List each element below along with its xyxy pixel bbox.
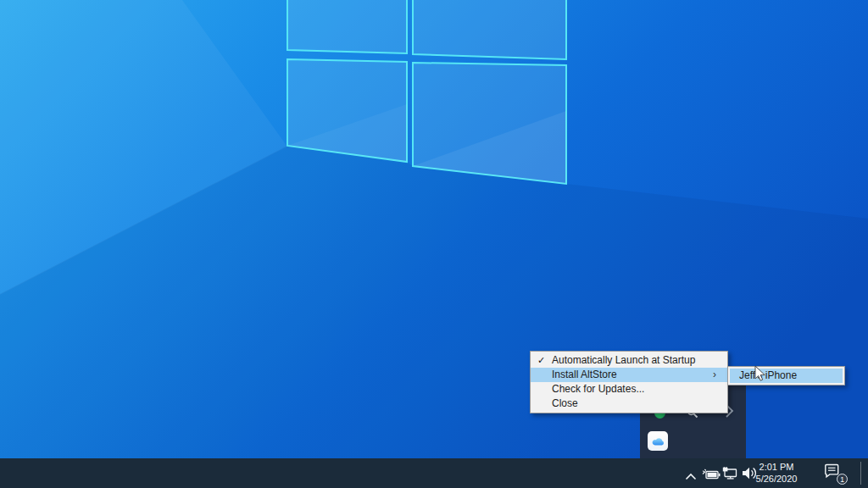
action-center-button[interactable]: 1 — [824, 463, 848, 484]
taskbar: 2:01 PM 5/26/2020 1 — [0, 458, 868, 488]
mouse-cursor — [754, 365, 767, 383]
menu-item-check-updates[interactable]: Check for Updates... — [531, 382, 727, 396]
menu-item-auto-launch[interactable]: ✓ Automatically Launch at Startup — [531, 353, 727, 368]
clock-time: 2:01 PM — [754, 462, 799, 474]
notification-count-badge: 1 — [837, 474, 848, 485]
clock-date: 5/26/2020 — [754, 474, 799, 485]
install-altstore-submenu: Jeff's iPhone — [727, 366, 845, 385]
network-ethernet-icon[interactable] — [722, 467, 738, 480]
taskbar-clock[interactable]: 2:01 PM 5/26/2020 — [754, 462, 799, 485]
check-icon: ✓ — [531, 353, 552, 368]
tray-context-menu: ✓ Automatically Launch at Startup Instal… — [530, 351, 728, 413]
submenu-item-device[interactable]: Jeff's iPhone — [730, 369, 843, 383]
desktop: 2:01 PM 5/26/2020 1 ✓ Automatically Laun… — [0, 0, 868, 488]
menu-item-close[interactable]: Close — [531, 396, 727, 411]
menu-item-install-altstore[interactable]: Install AltStore › — [531, 368, 727, 382]
show-desktop-divider[interactable] — [860, 462, 861, 485]
hidden-icons-chevron-icon[interactable] — [685, 469, 697, 476]
icloud-icon[interactable] — [648, 431, 668, 451]
battery-charging-icon[interactable] — [702, 468, 721, 479]
submenu-arrow-icon: › — [713, 368, 727, 382]
